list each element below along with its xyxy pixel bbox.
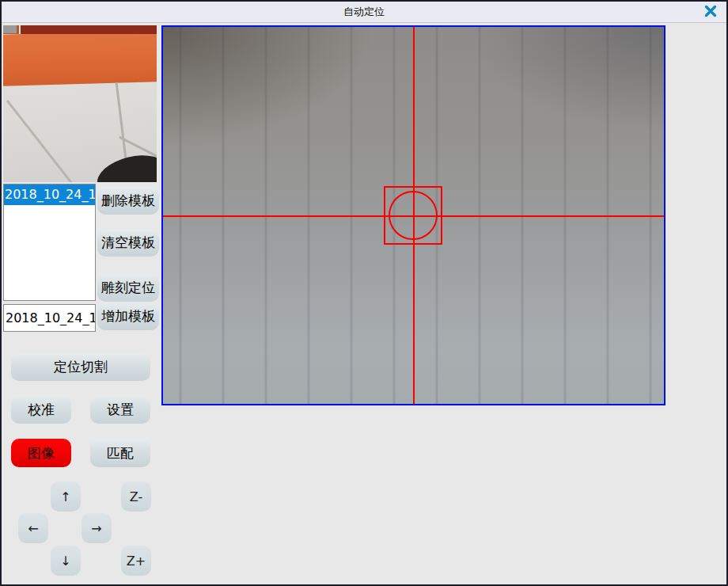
thumbnail-darkred-bar xyxy=(21,25,157,34)
jog-z-plus-button[interactable]: Z+ xyxy=(121,546,151,576)
position-cut-button[interactable]: 定位切割 xyxy=(11,353,150,381)
add-template-button[interactable]: 增加模板 xyxy=(97,303,159,330)
clear-templates-button[interactable]: 清空模板 xyxy=(97,229,159,257)
roi-circle xyxy=(389,191,438,240)
jog-down-button[interactable]: ↓ xyxy=(51,546,81,576)
settings-button[interactable]: 设置 xyxy=(90,395,150,424)
titlebar: 自动定位 xyxy=(2,2,726,23)
thumbnail-grout-line-b xyxy=(116,82,128,166)
close-button[interactable] xyxy=(701,4,720,21)
template-name-input[interactable] xyxy=(3,304,96,332)
template-list[interactable]: 2018_10_24_11 xyxy=(3,184,96,301)
jog-right-button[interactable]: → xyxy=(82,513,112,543)
calibrate-button[interactable]: 校准 xyxy=(11,395,71,424)
template-thumbnail-image xyxy=(3,25,157,182)
jog-z-minus-button[interactable]: Z- xyxy=(121,481,151,512)
thumbnail-grout-line-a xyxy=(6,100,82,182)
dialog-title: 自动定位 xyxy=(343,5,385,19)
engrave-position-button[interactable]: 雕刻定位 xyxy=(97,274,159,302)
jog-up-button[interactable]: ↑ xyxy=(51,481,81,512)
image-button[interactable]: 图像 xyxy=(11,439,71,467)
camera-view[interactable] xyxy=(161,25,665,405)
auto-position-dialog: 自动定位 2018_10_24_11 删除模板 清空模板 雕刻定位 增加模板 定… xyxy=(0,0,728,586)
jog-left-button[interactable]: ← xyxy=(18,513,48,543)
match-button[interactable]: 匹配 xyxy=(90,439,150,467)
delete-template-button[interactable]: 删除模板 xyxy=(97,187,159,215)
thumbnail-orange-band xyxy=(3,30,157,86)
close-icon xyxy=(704,5,717,20)
thumbnail-gray-patch xyxy=(3,25,17,33)
template-list-item[interactable]: 2018_10_24_11 xyxy=(4,185,95,205)
